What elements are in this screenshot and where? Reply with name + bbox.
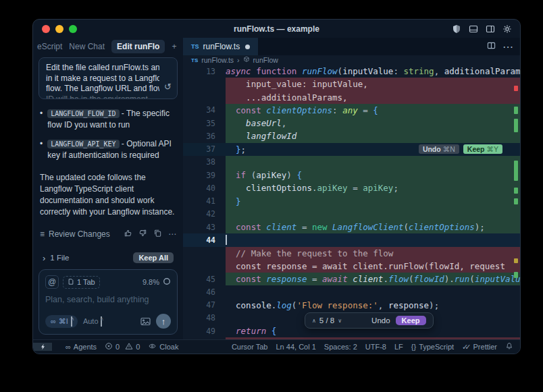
agents-status[interactable]: ∞ Agents <box>66 343 97 351</box>
code-lines: 13async function runFlow(inputValue: str… <box>183 65 520 339</box>
review-changes-label[interactable]: Review Changes <box>49 229 110 239</box>
undo-all-button[interactable]: Undo <box>371 316 390 325</box>
diff-nav-counter: 5 / 8 <box>319 316 334 325</box>
diff-nav-widget: ∧ 5 / 8 ∨ Undo Keep <box>305 312 434 329</box>
line-number: 41 <box>183 196 226 206</box>
code-line[interactable]: 42 <box>183 208 520 221</box>
split-editor-icon[interactable] <box>487 40 496 53</box>
zoom-window-button[interactable] <box>69 25 77 33</box>
env-var-chip: LANGFLOW_API_KEY <box>47 140 119 148</box>
composer-input[interactable]: Plan, search, build anything <box>45 295 171 304</box>
user-message-card[interactable]: Edit the file called runFlow.ts andin it… <box>38 57 178 99</box>
copy-icon[interactable] <box>153 229 162 240</box>
editor-more-button[interactable]: ⋯ <box>502 40 513 53</box>
symbol-cube-icon <box>243 56 250 64</box>
keep-button[interactable]: Keep <box>396 316 426 325</box>
review-more-button[interactable]: ⋯ <box>168 229 176 239</box>
thumbs-up-icon[interactable] <box>124 229 132 240</box>
bullet-list: •LANGFLOW_FLOW_ID - The specific flow ID… <box>40 108 178 169</box>
code-editor[interactable]: 13async function runFlow(inputValue: str… <box>183 65 520 339</box>
chat-tab-new-chat[interactable]: New Chat <box>69 42 105 51</box>
eol-status[interactable]: LF <box>394 343 403 351</box>
line-number: 36 <box>183 132 226 141</box>
code-line[interactable]: // Make the request to the flow <box>183 247 520 260</box>
code-line[interactable]: 38 <box>183 156 520 169</box>
code-line[interactable]: 39 if (apiKey) { <box>183 169 520 181</box>
undo-arrow-icon[interactable]: ↺ <box>164 82 172 92</box>
eye-icon <box>148 342 157 352</box>
code-line[interactable] <box>183 337 520 339</box>
message-line: flow. The Langflow URL and flow <box>46 84 159 94</box>
indentation-status[interactable]: Spaces: 2 <box>324 343 357 351</box>
menu-icon: ≡ <box>40 229 45 239</box>
code-line[interactable]: 36 langflowId <box>183 130 520 142</box>
panel-right-icon[interactable] <box>486 24 495 34</box>
code-line[interactable]: 35 baseUrl, <box>183 117 520 130</box>
modified-dot-icon[interactable] <box>245 45 250 49</box>
composer[interactable]: @ 1 Tab 9.8% Plan, search, build anythin… <box>38 269 178 335</box>
code-line[interactable]: 44 <box>183 233 520 246</box>
editor-group: TS runFlow.ts ⋯ TS runFlow.ts › runFlow … <box>183 38 520 339</box>
status-bar: ∞ Agents 0 0 Cloak Cursor Tab Ln 44, Col… <box>33 339 520 354</box>
code-line[interactable]: 47 console.log('Flow response:', respons… <box>183 299 520 312</box>
code-line[interactable]: input_value: inputValue, <box>183 78 520 90</box>
cloak-status[interactable]: Cloak <box>148 342 178 352</box>
assistant-paragraph: The updated code follows the Langflow Ty… <box>40 172 176 218</box>
keep-all-button[interactable]: Keep All <box>133 252 174 263</box>
line-number: 49 <box>183 327 226 336</box>
minimize-window-button[interactable] <box>55 25 63 33</box>
code-line[interactable]: 41 } <box>183 195 520 208</box>
added-mark <box>514 119 518 132</box>
chat-tab-edit-runflo[interactable]: Edit runFlo <box>111 40 165 53</box>
formatter-status[interactable]: ✓✓ Prettier <box>462 343 497 352</box>
line-number: 13 <box>183 67 226 76</box>
close-window-button[interactable] <box>42 25 50 33</box>
editor-tab-runflow[interactable]: TS runFlow.ts <box>183 38 258 55</box>
user-message-text: Edit the file called runFlow.ts andin it… <box>46 63 159 99</box>
bell-icon[interactable] <box>505 342 513 352</box>
panel-bottom-icon[interactable] <box>469 24 478 34</box>
code-line[interactable]: 43 const client = new LangflowClient(cli… <box>183 221 520 233</box>
chevron-up-icon[interactable]: ∧ <box>312 318 316 324</box>
problems-status[interactable]: 0 0 <box>105 342 140 352</box>
message-line: in it make a request to a Langflow <box>46 74 159 84</box>
keep-diff-button[interactable]: Keep⌘Y <box>463 144 502 154</box>
encoding-status[interactable]: UTF-8 <box>365 343 386 351</box>
code-line[interactable]: 46 <box>183 285 520 298</box>
settings-gear-icon[interactable] <box>502 24 512 34</box>
breadcrumb-file[interactable]: runFlow.ts <box>201 56 234 64</box>
code-line[interactable]: 37 };Undo⌘NKeep⌘Y <box>183 143 520 156</box>
send-button[interactable]: ↑ <box>156 314 171 329</box>
infinity-icon: ∞ <box>66 343 71 351</box>
code-line[interactable]: const response = await client.runFlow(fl… <box>183 260 520 273</box>
thumbs-down-icon[interactable] <box>138 229 147 240</box>
code-line[interactable]: 40 clientOptions.apiKey = apiKey; <box>183 181 520 194</box>
undo-diff-button[interactable]: Undo⌘N <box>419 144 459 154</box>
code-line[interactable]: 45 const response = await client.flow(fl… <box>183 273 520 285</box>
code-line[interactable]: 34 const clientOptions: any = { <box>183 104 520 117</box>
code-line[interactable]: ...additionalParams, <box>183 91 520 104</box>
breadcrumb-symbol[interactable]: runFlow <box>253 56 278 64</box>
chevron-down-icon[interactable]: ∨ <box>338 318 342 324</box>
remote-indicator[interactable] <box>33 343 52 351</box>
code-line[interactable]: 13async function runFlow(inputValue: str… <box>183 65 520 78</box>
chat-tab-escript[interactable]: eScript <box>37 42 62 51</box>
cursor-position-status[interactable]: Ln 44, Col 1 <box>276 343 316 351</box>
chevron-up-icon: ∧ <box>101 316 102 327</box>
language-status[interactable]: {} TypeScript <box>411 343 454 351</box>
attach-image-icon[interactable] <box>140 317 151 326</box>
context-tab-chip[interactable]: 1 Tab <box>63 276 100 289</box>
shield-icon[interactable] <box>452 24 461 34</box>
overview-ruler[interactable] <box>512 65 520 339</box>
model-selector[interactable]: Auto ∧ <box>83 316 102 327</box>
chevron-up-icon: ∧ <box>71 316 72 327</box>
editor-tab-label: runFlow.ts <box>203 42 240 51</box>
new-chat-button[interactable]: + <box>172 42 176 51</box>
cursor-tab-status[interactable]: Cursor Tab <box>232 343 268 351</box>
titlebar: runFlow.ts — example <box>33 20 520 38</box>
line-number: 38 <box>183 157 226 167</box>
files-count-label: 1 File <box>50 254 69 262</box>
agent-mode-selector[interactable]: ∞ ⌘I ∧ <box>45 315 78 328</box>
mention-button[interactable]: @ <box>45 275 59 289</box>
changed-files-row[interactable]: › 1 File Keep All <box>33 250 183 267</box>
